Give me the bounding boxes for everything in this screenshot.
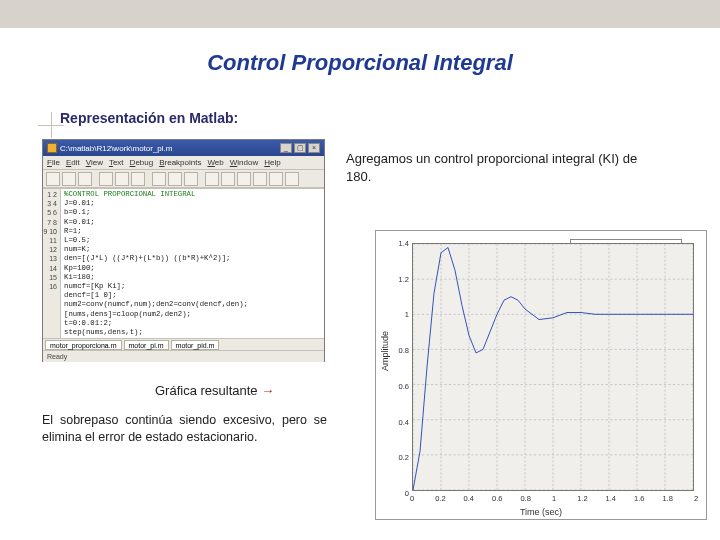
editor-tab[interactable]: motor_proporciona.m: [45, 340, 122, 350]
tool-open-icon[interactable]: [62, 172, 76, 186]
chart-xtick: 0.6: [492, 494, 502, 503]
slide-top-band: [0, 0, 720, 28]
chart-figure: Control Proporcional Integral Amplitude …: [375, 230, 707, 520]
editor-tab[interactable]: motor_pid.m: [171, 340, 220, 350]
chart-ytick: 0.4: [394, 417, 409, 426]
result-label-text: Gráfica resultante: [155, 383, 258, 398]
tool-paste-icon[interactable]: [131, 172, 145, 186]
menu-window[interactable]: Window: [230, 158, 258, 167]
menu-breakpoints[interactable]: Breakpoints: [159, 158, 201, 167]
tool-save-icon[interactable]: [78, 172, 92, 186]
maximize-icon[interactable]: ▢: [294, 143, 306, 153]
menu-help[interactable]: Help: [264, 158, 280, 167]
chart-xtick: 0.2: [435, 494, 445, 503]
tool-print-icon[interactable]: [184, 172, 198, 186]
chart-ytick: 1: [394, 310, 409, 319]
tool-breakpoint-icon[interactable]: [253, 172, 267, 186]
tool-find-icon[interactable]: [205, 172, 219, 186]
tool-stop-icon[interactable]: [269, 172, 283, 186]
menu-debug[interactable]: Debug: [130, 158, 154, 167]
conclusion-text: El sobrepaso continúa siendo excesivo, p…: [42, 412, 327, 446]
chart-xtick: 1.4: [606, 494, 616, 503]
chart-xtick: 2: [694, 494, 698, 503]
chart-ylabel: Amplitude: [380, 331, 390, 371]
chart-ytick: 0.2: [394, 453, 409, 462]
menu-file[interactable]: File: [47, 158, 60, 167]
editor-statusbar: Ready: [43, 350, 324, 362]
chart-ytick: 1.2: [394, 274, 409, 283]
editor-tab[interactable]: motor_pi.m: [124, 340, 169, 350]
chart-ytick: 0: [394, 489, 409, 498]
editor-window-title: C:\matlab\R12\work\motor_pi.m: [60, 144, 172, 153]
result-label: Gráfica resultante →: [155, 383, 274, 398]
chart-xtick: 1.2: [577, 494, 587, 503]
chart-xtick: 1.6: [634, 494, 644, 503]
tool-cut-icon[interactable]: [99, 172, 113, 186]
chart-ytick: 0.6: [394, 381, 409, 390]
code-area[interactable]: %CONTROL PROPORCIONAL INTEGRAL J=0.01; b…: [61, 189, 324, 338]
chart-ytick: 1.4: [394, 239, 409, 248]
matlab-editor-window: C:\matlab\R12\work\motor_pi.m _ ▢ × File…: [42, 139, 325, 362]
chart-svg: [413, 244, 693, 490]
tool-undo-icon[interactable]: [152, 172, 166, 186]
slide-title: Control Proporcional Integral: [0, 50, 720, 76]
editor-app-icon: [47, 143, 57, 153]
menu-web[interactable]: Web: [207, 158, 223, 167]
editor-tabs: motor_proporciona.mmotor_pi.mmotor_pid.m: [43, 338, 324, 350]
chart-xtick: 0.8: [520, 494, 530, 503]
chart-xtick: 0.4: [464, 494, 474, 503]
editor-toolbar: [43, 170, 324, 188]
tool-run-icon[interactable]: [221, 172, 235, 186]
window-buttons: _ ▢ ×: [280, 143, 320, 153]
editor-menubar: FileEditViewTextDebugBreakpointsWebWindo…: [43, 156, 324, 170]
minimize-icon[interactable]: _: [280, 143, 292, 153]
tool-copy-icon[interactable]: [115, 172, 129, 186]
close-icon[interactable]: ×: [308, 143, 320, 153]
menu-edit[interactable]: Edit: [66, 158, 80, 167]
editor-body: 1 2 3 4 5 6 7 8 9 10 11 12 13 14 15 16 %…: [43, 188, 324, 338]
tool-new-icon[interactable]: [46, 172, 60, 186]
tool-step-icon[interactable]: [237, 172, 251, 186]
description-text: Agregamos un control proporcional integr…: [346, 150, 646, 185]
chart-ytick: 0.8: [394, 346, 409, 355]
chart-xtick: 1: [552, 494, 556, 503]
chart-plot-area: [412, 243, 694, 491]
tool-redo-icon[interactable]: [168, 172, 182, 186]
tool-stack-icon[interactable]: [285, 172, 299, 186]
editor-titlebar: C:\matlab\R12\work\motor_pi.m _ ▢ ×: [43, 140, 324, 156]
subtitle: Representación en Matlab:: [60, 110, 238, 126]
line-gutter: 1 2 3 4 5 6 7 8 9 10 11 12 13 14 15 16: [43, 189, 61, 338]
chart-xlabel: Time (sec): [376, 507, 706, 517]
chart-xtick: 1.8: [662, 494, 672, 503]
menu-view[interactable]: View: [86, 158, 103, 167]
menu-text[interactable]: Text: [109, 158, 124, 167]
chart-xtick: 0: [410, 494, 414, 503]
arrow-icon: →: [261, 383, 274, 398]
